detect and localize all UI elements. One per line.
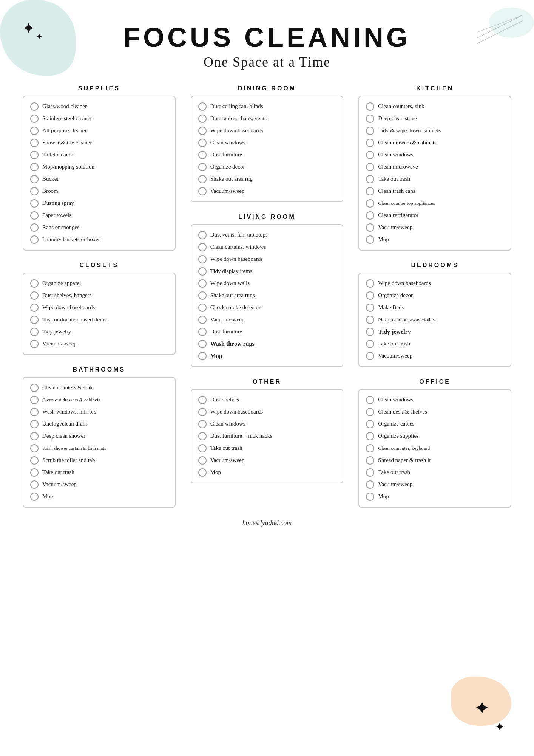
item-text: Broom: [42, 187, 58, 195]
checkbox[interactable]: [30, 115, 39, 123]
item-text: Wipe down baseboards: [210, 408, 263, 416]
checkbox[interactable]: [198, 231, 207, 239]
checkbox[interactable]: [198, 396, 207, 404]
checkbox[interactable]: [198, 328, 207, 336]
checkbox[interactable]: [366, 163, 374, 171]
checkbox[interactable]: [30, 316, 39, 324]
checkbox[interactable]: [198, 163, 207, 171]
checkbox[interactable]: [198, 127, 207, 135]
checkbox[interactable]: [366, 304, 374, 312]
checkbox[interactable]: [198, 444, 207, 452]
checkbox[interactable]: [198, 340, 207, 348]
checkbox[interactable]: [366, 223, 374, 232]
checkbox[interactable]: [30, 328, 39, 336]
checkbox[interactable]: [198, 408, 207, 416]
checkbox[interactable]: [366, 396, 374, 404]
checkbox[interactable]: [366, 456, 374, 465]
checkbox[interactable]: [366, 408, 374, 416]
checkbox[interactable]: [30, 396, 39, 404]
checkbox[interactable]: [198, 316, 207, 324]
checkbox[interactable]: [30, 175, 39, 183]
checkbox[interactable]: [198, 151, 207, 159]
checkbox[interactable]: [30, 304, 39, 312]
checkbox[interactable]: [366, 340, 374, 348]
checkbox[interactable]: [366, 115, 374, 123]
checkbox[interactable]: [366, 139, 374, 147]
checkbox[interactable]: [198, 432, 207, 440]
list-item: Deep clean stove: [366, 115, 504, 123]
checkbox[interactable]: [366, 432, 374, 440]
checkbox[interactable]: [198, 456, 207, 465]
checkbox[interactable]: [366, 444, 374, 452]
checkbox[interactable]: [366, 187, 374, 195]
checkbox[interactable]: [198, 420, 207, 428]
checkbox[interactable]: [366, 480, 374, 489]
checkbox[interactable]: [366, 291, 374, 300]
checkbox[interactable]: [30, 102, 39, 111]
item-text: Clean curtains, windows: [210, 243, 266, 251]
checkbox[interactable]: [366, 127, 374, 135]
checkbox[interactable]: [366, 102, 374, 111]
checklist-bedrooms: Wipe down baseboards Organize decor Make…: [358, 273, 511, 367]
checkbox[interactable]: [30, 420, 39, 428]
checkbox[interactable]: [198, 291, 207, 300]
checkbox[interactable]: [366, 493, 374, 501]
checkbox[interactable]: [366, 235, 374, 244]
checkbox[interactable]: [198, 468, 207, 477]
checkbox[interactable]: [30, 187, 39, 195]
checkbox[interactable]: [198, 279, 207, 288]
checkbox[interactable]: [198, 139, 207, 147]
list-item: All purpose cleaner: [30, 127, 168, 135]
checkbox[interactable]: [198, 102, 207, 111]
checkbox[interactable]: [30, 211, 39, 220]
checkbox[interactable]: [30, 199, 39, 208]
checkbox[interactable]: [30, 444, 39, 452]
checkbox[interactable]: [30, 384, 39, 392]
checkbox[interactable]: [30, 480, 39, 489]
checkbox[interactable]: [30, 279, 39, 288]
checkbox[interactable]: [366, 352, 374, 360]
checkbox[interactable]: [30, 151, 39, 159]
checkbox[interactable]: [366, 468, 374, 477]
item-text: Take out trash: [210, 445, 242, 452]
checkbox[interactable]: [30, 163, 39, 171]
checkbox[interactable]: [30, 223, 39, 232]
list-item: Unclog /clean drain: [30, 420, 168, 428]
checkbox[interactable]: [30, 408, 39, 416]
checkbox[interactable]: [366, 175, 374, 183]
list-item: Take out trash: [198, 444, 336, 452]
list-item: Vacuum/sweep: [366, 223, 504, 232]
item-text: Clean trash cans: [378, 187, 415, 195]
checkbox[interactable]: [30, 468, 39, 477]
list-item: Broom: [30, 187, 168, 195]
checkbox[interactable]: [30, 456, 39, 465]
checkbox[interactable]: [366, 316, 374, 324]
checkbox[interactable]: [30, 493, 39, 501]
checkbox[interactable]: [198, 304, 207, 312]
list-item: Clean out drawers & cabinets: [30, 396, 168, 404]
checkbox[interactable]: [30, 340, 39, 348]
checkbox[interactable]: [366, 199, 374, 208]
checkbox[interactable]: [30, 127, 39, 135]
checkbox[interactable]: [366, 420, 374, 428]
checkbox[interactable]: [30, 139, 39, 147]
checkbox[interactable]: [366, 328, 374, 336]
checkbox[interactable]: [366, 151, 374, 159]
checkbox[interactable]: [198, 255, 207, 263]
checkbox[interactable]: [198, 115, 207, 123]
checkbox[interactable]: [198, 267, 207, 276]
checkbox[interactable]: [30, 432, 39, 440]
checkbox[interactable]: [366, 279, 374, 288]
checkbox[interactable]: [30, 291, 39, 300]
checkbox[interactable]: [198, 175, 207, 183]
checkbox[interactable]: [366, 211, 374, 220]
list-item: Shower & tile cleaner: [30, 139, 168, 147]
checkbox[interactable]: [30, 235, 39, 244]
list-item: Vacuum/sweep: [30, 340, 168, 348]
item-text: Clean out drawers & cabinets: [42, 397, 100, 403]
checkbox[interactable]: [198, 352, 207, 360]
checkbox[interactable]: [198, 243, 207, 251]
checkbox[interactable]: [198, 187, 207, 195]
list-item: Tidy jewelry: [366, 328, 504, 336]
list-item: Wipe down baseboards: [30, 304, 168, 312]
